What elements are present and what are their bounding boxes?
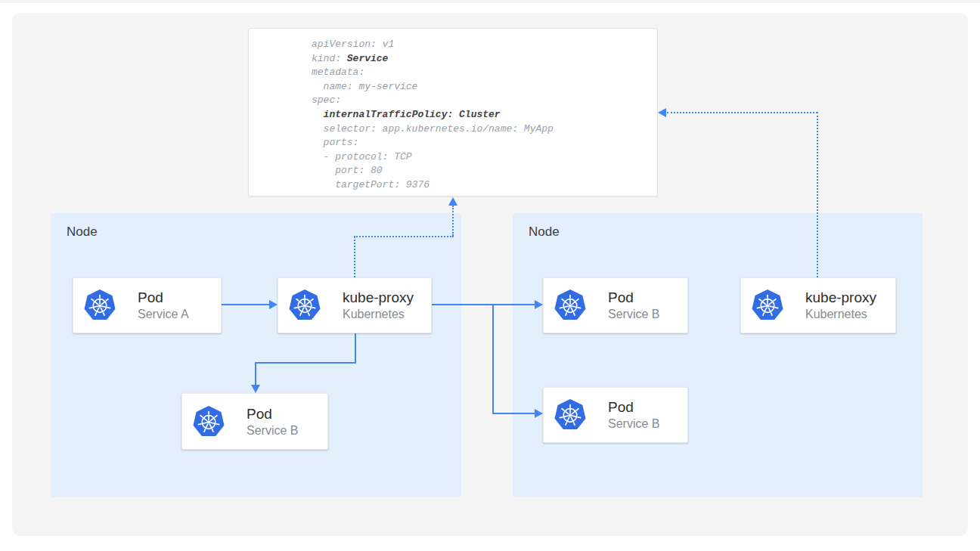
top-divider (0, 0, 980, 3)
node-left: Node (51, 213, 461, 497)
arrow-kube-proxy-to-pod-b1-line (432, 304, 535, 305)
card-text: kube-proxy Kubernetes (343, 289, 414, 322)
dotted-left-kube-proxy-v1 (354, 237, 355, 277)
card-text: Pod Service B (608, 398, 659, 432)
kubernetes-helm-icon (554, 398, 587, 432)
kubernetes-helm-icon (192, 405, 225, 438)
card-subtitle: Kubernetes (805, 307, 876, 322)
card-text: Pod Service A (138, 289, 189, 322)
card-title: kube-proxy (805, 289, 876, 306)
card-text: kube-proxy Kubernetes (805, 289, 876, 322)
arrow-kube-proxy-down-horizontal (255, 362, 356, 364)
arrow-branch-horizontal (492, 413, 535, 414)
dotted-right-kube-proxy-vertical (817, 112, 818, 277)
pod-card-service-b-right-2: Pod Service B (543, 387, 688, 443)
node-right: Node (513, 213, 923, 497)
kubernetes-helm-icon (288, 289, 321, 322)
pod-card-service-b-left: Pod Service B (181, 393, 328, 450)
kubernetes-helm-icon (554, 289, 587, 322)
card-subtitle: Service B (608, 416, 659, 432)
pod-card-service-a: Pod Service A (73, 277, 222, 333)
arrow-branch-vertical (492, 305, 494, 413)
arrow-kube-proxy-down-v2 (255, 362, 256, 385)
card-text: Pod Service B (608, 289, 659, 322)
arrow-kube-proxy-to-pod-b1-head (535, 300, 543, 309)
card-title: Pod (608, 289, 659, 306)
arrow-kube-proxy-down-v1 (355, 333, 356, 363)
arrow-pod-a-to-kube-proxy-line (222, 304, 270, 305)
card-title: Pod (138, 289, 189, 306)
service-yaml-card: apiVersion: v1kind: Servicemetadata: nam… (248, 28, 658, 197)
dotted-left-kube-proxy-head (448, 197, 457, 206)
service-yaml-code: apiVersion: v1kind: Servicemetadata: nam… (312, 38, 554, 193)
node-right-label: Node (529, 224, 560, 240)
card-title: Pod (247, 405, 298, 423)
card-title: kube-proxy (343, 289, 414, 306)
kube-proxy-card-right: kube-proxy Kubernetes (740, 277, 896, 333)
arrow-kube-proxy-down-head (251, 385, 260, 393)
kube-proxy-card-left: kube-proxy Kubernetes (278, 277, 432, 333)
dotted-right-kube-proxy-horizontal (667, 112, 817, 113)
card-subtitle: Service A (138, 307, 189, 322)
diagram-page: apiVersion: v1kind: Servicemetadata: nam… (0, 0, 980, 551)
pod-card-service-b-right-1: Pod Service B (543, 277, 688, 333)
kubernetes-helm-icon (751, 289, 784, 322)
dotted-right-kube-proxy-head (658, 108, 666, 117)
card-title: Pod (608, 398, 659, 416)
card-subtitle: Service B (608, 307, 659, 322)
dotted-left-kube-proxy-v2 (452, 206, 454, 236)
card-subtitle: Kubernetes (343, 307, 414, 322)
node-left-label: Node (67, 224, 98, 240)
arrow-branch-head (535, 409, 543, 418)
kubernetes-helm-icon (83, 289, 116, 322)
dotted-left-kube-proxy-horizontal (354, 236, 454, 237)
arrow-pod-a-to-kube-proxy-head (269, 300, 278, 309)
card-text: Pod Service B (247, 405, 298, 438)
card-subtitle: Service B (247, 423, 298, 438)
